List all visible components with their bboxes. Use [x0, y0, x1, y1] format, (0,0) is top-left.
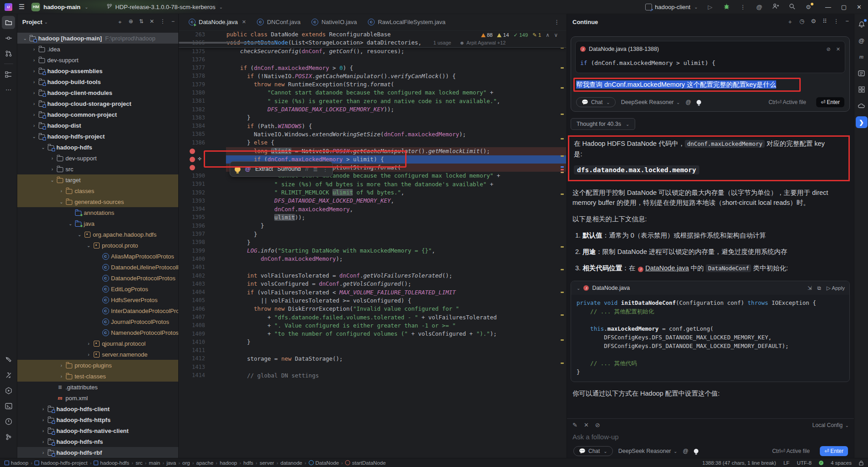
model-selector[interactable]: DeepSeek Reasoner ⌄ [618, 448, 677, 454]
reformat-icon[interactable]: ≣ [313, 166, 318, 173]
code-line[interactable]: 1408 + ". Value configured is either gre… [179, 322, 566, 330]
chevron-down-icon[interactable]: ⌄ [44, 20, 48, 25]
apps-icon[interactable]: ⠿ [823, 18, 827, 26]
stripe-mark[interactable] [561, 67, 564, 69]
continue-tool-icon[interactable]: ❯ [856, 116, 868, 128]
file-encoding[interactable]: UTF-8 [797, 460, 812, 466]
code-line[interactable]: 1391 " size (%s) of %d bytes is more tha… [179, 180, 566, 189]
tree-item[interactable]: ⌄protocol.proto [17, 240, 178, 251]
intention-bulb-icon[interactable] [235, 166, 241, 172]
code-line[interactable]: 1400 dnConf.maxLockedMemory); [179, 255, 566, 263]
breadcrumb-item[interactable]: hdfs [243, 460, 253, 466]
breadcrumb-item[interactable]: server [260, 460, 274, 466]
gradle-tool-icon[interactable] [856, 84, 868, 95]
stripe-mark[interactable] [561, 169, 564, 170]
commit-tool-icon[interactable] [2, 31, 15, 45]
structure-tool-icon[interactable] [2, 68, 15, 81]
tree-item[interactable]: ⌄hadoop-hdfs [17, 142, 178, 153]
breadcrumb-item[interactable]: hadoop [220, 460, 237, 466]
code-line[interactable]: 1392 " RLIMIT_MEMLOCK ulimit of %d bytes… [179, 189, 566, 197]
minimize-panel-icon[interactable]: − [845, 18, 849, 26]
followup-input[interactable]: Ask a follow-up [572, 433, 849, 441]
code-line[interactable]: 1382 DFS_DATANODE_MAX_LOCKED_MEMORY_KEY)… [179, 105, 566, 114]
comment-button[interactable]: // [306, 166, 309, 172]
code-line[interactable]: 1397 } [179, 230, 566, 238]
collapse-all-icon[interactable]: ✕ [150, 18, 154, 26]
history-icon[interactable]: ◷ [799, 18, 804, 26]
code-line[interactable]: 1376 [179, 55, 566, 64]
copy-icon[interactable]: ⧉ [818, 285, 821, 291]
line-separator[interactable]: LF [783, 460, 789, 466]
tree-item[interactable]: annotations [17, 207, 178, 218]
stripe-mark[interactable] [561, 87, 564, 89]
main-menu-icon[interactable]: ☰ [19, 3, 25, 11]
prev-problem-icon[interactable]: ∧ [546, 32, 549, 38]
breadcrumb-item[interactable]: org [182, 460, 190, 466]
code-line[interactable]: 1414 // global DN settings [179, 372, 566, 380]
code-line[interactable]: 1394 dnConf.maxLockedMemory, [179, 205, 566, 214]
continue-more-icon[interactable]: ⋮ [833, 18, 839, 26]
code-line[interactable]: 1384 if (Path.WINDOWS) { [179, 122, 566, 130]
new-session-icon[interactable]: ＋ [787, 18, 793, 26]
thought-toggle[interactable]: Thought for 40.3s⌄ [571, 118, 635, 130]
code-line[interactable]: 1399 LOG.info("Starting DataNode with ma… [179, 247, 566, 255]
breadcrumb-item[interactable]: datanode [281, 460, 302, 466]
discard-icon[interactable]: ✕ [584, 422, 589, 428]
breadcrumb-item[interactable]: apache [196, 460, 214, 466]
code-with-me-icon[interactable] [772, 3, 780, 11]
continue-settings-icon[interactable]: ⚙ [811, 18, 816, 26]
tab-scroll-indicator[interactable] [179, 42, 275, 44]
tree-item[interactable]: CHdfsServerProtos [17, 294, 178, 305]
code-line[interactable]: 1410 } [179, 338, 566, 346]
code-line[interactable]: 1378 if (!NativeIO.POSIX.getCacheManipul… [179, 72, 566, 80]
inspections-status-icon[interactable]: ✓ [819, 461, 823, 465]
tree-item[interactable]: ›src [17, 164, 178, 174]
breadcrumb-item[interactable]: startDataNode [345, 460, 386, 466]
breakpoint-icon[interactable] [190, 165, 195, 170]
tree-item[interactable]: ⌄target [17, 174, 178, 185]
tree-item[interactable]: CDatanodeLifelineProtocolP [17, 262, 178, 273]
code-line[interactable]: 1398 } [179, 238, 566, 247]
next-problem-icon[interactable]: ∨ [554, 32, 558, 38]
tree-item[interactable]: ›hadoop-assemblies [17, 65, 178, 76]
mention-icon[interactable]: @ [686, 99, 691, 105]
lock-icon[interactable] [859, 460, 863, 466]
database-tool-icon[interactable] [856, 67, 868, 79]
inspections-widget[interactable]: 88 14 ✓149 ✎1 ∧ ∨ [481, 32, 558, 38]
tree-item[interactable]: ⌄generated-sources [17, 196, 178, 207]
code-line[interactable]: 1393 DFS_DATANODE_MAX_LOCKED_MEMORY_KEY, [179, 197, 566, 205]
settings-icon[interactable]: ⚙ [804, 4, 813, 10]
run-config-selector[interactable]: hadoop-client ⌄ [645, 4, 697, 10]
project-selector[interactable]: HM hadoop-main ⌄ [31, 3, 88, 11]
tree-item[interactable]: ›hadoop-dist [17, 120, 178, 131]
project-tool-icon[interactable] [2, 16, 15, 29]
window-close-button[interactable]: ✕ [857, 4, 862, 10]
file-link[interactable]: DataNode.java [645, 264, 689, 272]
model-selector[interactable]: DeepSeek Reasoner ⌄ [621, 99, 680, 105]
tree-item[interactable]: ›.idea [17, 44, 178, 55]
git-blame-hint[interactable]: ☻Arpit Agarwal +12 [459, 39, 506, 47]
tree-item[interactable]: ›protoc-plugins [17, 360, 178, 371]
mention-icon[interactable]: @ [683, 448, 688, 454]
usage-hint[interactable]: 1 usage [433, 40, 451, 45]
code-line[interactable]: 1412 storage = new DataStorage(); [179, 355, 566, 363]
gutter-intention-icon[interactable]: ✜ [198, 156, 201, 161]
stripe-mark[interactable] [561, 339, 564, 341]
send-button[interactable]: ⏎ Enter [820, 446, 848, 456]
code-line[interactable]: 1404 if (volFailuresTolerated < MAX_VOLU… [179, 288, 566, 297]
breadcrumb-item[interactable]: DataNode [309, 460, 339, 466]
code-line[interactable]: 1381 " size (%s) is greater than zero an… [179, 97, 566, 105]
code-line[interactable]: 1403 int volsConfigured = dnConf.getVols… [179, 280, 566, 288]
tree-item[interactable]: CEditLogProtos [17, 283, 178, 294]
tree-item[interactable]: ›hadoop-hdfs-rbf [17, 447, 178, 458]
tree-item[interactable]: ›qjournal.protocol [17, 338, 178, 349]
breadcrumb-item[interactable]: hadoop [5, 460, 28, 466]
mode-selector[interactable]: 💬Chat⌄ [573, 446, 613, 456]
tree-item[interactable]: ›hadoop-hdfs-nfs [17, 436, 178, 447]
breakpoint-icon[interactable] [190, 157, 195, 162]
code-line[interactable]: long ulimit = NativeIO.POSIX.getCacheMan… [179, 147, 566, 155]
tree-item[interactable]: CAliasMapProtocolProtos [17, 251, 178, 262]
add-icon[interactable]: ＋ [117, 18, 123, 26]
prompt-bulb-icon[interactable] [694, 449, 698, 453]
stripe-mark[interactable] [561, 138, 564, 139]
